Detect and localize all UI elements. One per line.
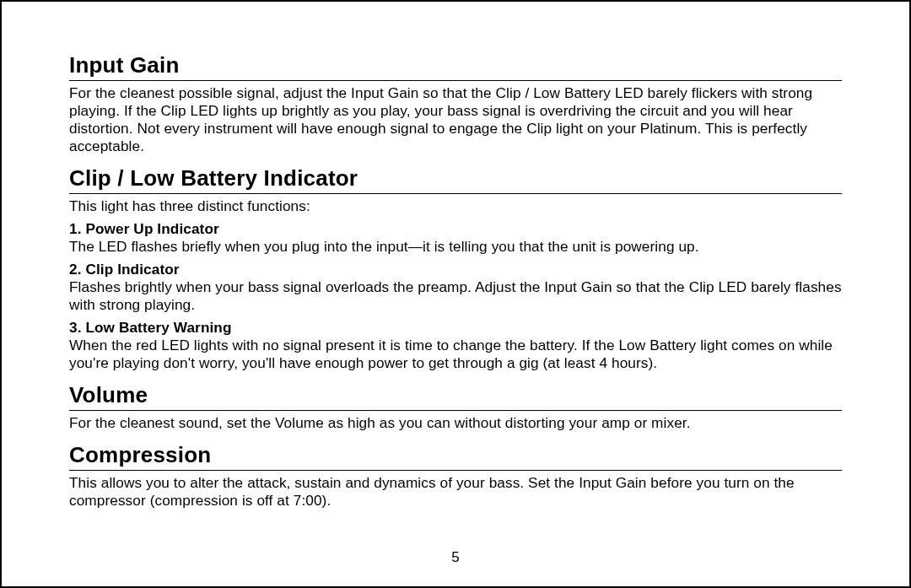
heading-compression: Compression	[69, 442, 842, 471]
heading-clip-low-battery: Clip / Low Battery Indicator	[69, 165, 842, 194]
subheading-clip: 2. Clip Indicator	[69, 261, 842, 278]
body-input-gain: For the cleanest possible signal, adjust…	[69, 84, 842, 155]
intro-clip-low-battery: This light has three distinct functions:	[69, 197, 842, 215]
body-power-up: The LED flashes briefly when you plug in…	[69, 238, 842, 256]
body-low-battery: When the red LED lights with no signal p…	[69, 337, 842, 372]
page-number: 5	[2, 549, 909, 566]
subheading-low-battery: 3. Low Battery Warning	[69, 319, 842, 337]
body-clip: Flashes brightly when your bass signal o…	[69, 278, 842, 314]
body-volume: For the cleanest sound, set the Volume a…	[69, 414, 842, 432]
subheading-power-up: 1. Power Up Indicator	[69, 220, 842, 238]
heading-input-gain: Input Gain	[69, 52, 842, 81]
body-compression: This allows you to alter the attack, sus…	[69, 474, 842, 510]
manual-page: Input Gain For the cleanest possible sig…	[0, 0, 911, 588]
heading-volume: Volume	[69, 382, 842, 411]
